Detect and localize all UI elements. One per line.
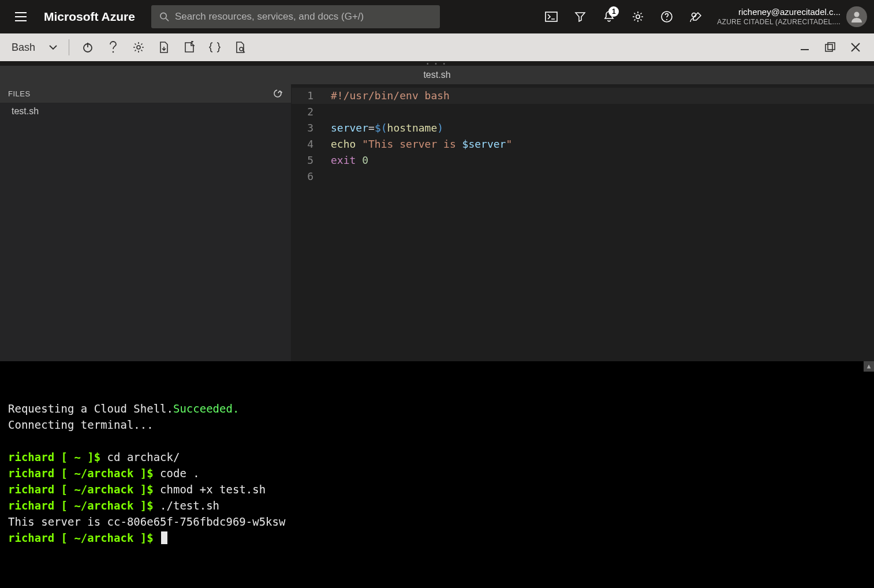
line-number: 4: [292, 136, 313, 152]
svg-point-11: [137, 46, 140, 49]
settings-button[interactable]: [623, 3, 652, 31]
line-number: 2: [292, 104, 313, 120]
refresh-icon[interactable]: [272, 88, 283, 99]
files-header: FILES: [0, 84, 291, 103]
close-icon: [850, 42, 861, 53]
account-tenant: AZURE CITADEL (AZURECITADEL....: [717, 18, 841, 27]
maximize-button[interactable]: [819, 36, 842, 59]
code-editor[interactable]: 1 2 3 4 5 6 #!/usr/bin/env bash server=$…: [292, 84, 874, 361]
gear-icon: [632, 10, 644, 23]
feedback-icon: [689, 10, 702, 23]
svg-point-5: [666, 19, 667, 20]
drag-handle[interactable]: • • •: [0, 61, 874, 66]
top-icon-group: 1 richeney@azurecitadel.c... AZURE CITAD…: [537, 3, 867, 31]
svg-line-1: [166, 18, 169, 21]
svg-rect-15: [826, 44, 832, 51]
code-content[interactable]: #!/usr/bin/env bash server=$(hostname) e…: [324, 84, 512, 361]
minimize-button[interactable]: [793, 36, 816, 59]
terminal-icon: [545, 12, 558, 22]
svg-point-10: [113, 51, 114, 53]
terminal-panel[interactable]: ▲ Requesting a Cloud Shell.Succeeded. Co…: [0, 361, 874, 588]
power-icon: [81, 41, 94, 54]
close-button[interactable]: [844, 36, 867, 59]
file-plus-icon: [183, 41, 196, 54]
file-explorer: FILES test.sh: [0, 84, 292, 361]
svg-point-0: [160, 13, 166, 18]
shell-help-button[interactable]: [102, 36, 125, 59]
web-preview-button[interactable]: [229, 36, 252, 59]
svg-rect-2: [546, 12, 557, 21]
line-gutter: 1 2 3 4 5 6: [292, 84, 324, 361]
shell-settings-button[interactable]: [127, 36, 150, 59]
search-input[interactable]: [175, 11, 432, 23]
file-preview-icon: [234, 41, 246, 54]
editor-tab-bar: test.sh: [0, 66, 874, 84]
svg-point-7: [854, 12, 860, 17]
person-icon: [850, 10, 864, 24]
cloud-shell-button[interactable]: [537, 3, 566, 31]
separator: [69, 39, 69, 55]
notification-badge: 1: [608, 6, 619, 17]
question-icon: [109, 41, 117, 54]
editor-area: FILES test.sh 1 2 3 4 5 6 #!/usr/bin/env…: [0, 84, 874, 361]
shell-type-label: Bash: [12, 42, 35, 54]
filter-icon: [574, 11, 586, 23]
search-icon: [159, 12, 169, 22]
avatar: [846, 6, 867, 27]
account-text: richeney@azurecitadel.c... AZURE CITADEL…: [717, 7, 841, 27]
help-button[interactable]: [652, 3, 681, 31]
scroll-up-button[interactable]: ▲: [864, 361, 874, 372]
files-label: FILES: [8, 89, 31, 98]
notifications-button[interactable]: 1: [595, 3, 623, 31]
maximize-icon: [824, 42, 836, 53]
brand-label[interactable]: Microsoft Azure: [39, 10, 147, 24]
braces-icon: [208, 41, 221, 54]
minimize-icon: [800, 42, 810, 53]
svg-point-12: [240, 47, 243, 51]
file-upload-icon: [158, 41, 170, 54]
menu-button[interactable]: [7, 3, 35, 31]
svg-rect-16: [828, 43, 835, 50]
file-item[interactable]: test.sh: [0, 103, 291, 120]
new-session-button[interactable]: [178, 36, 201, 59]
line-number: 5: [292, 152, 313, 168]
account-menu[interactable]: richeney@azurecitadel.c... AZURE CITADEL…: [710, 6, 867, 27]
editor-button[interactable]: [203, 36, 226, 59]
restart-button[interactable]: [76, 36, 99, 59]
feedback-button[interactable]: [681, 3, 710, 31]
chevron-down-icon: [49, 44, 57, 50]
line-number: 3: [292, 120, 313, 136]
help-icon: [660, 10, 673, 23]
terminal-cursor: [161, 531, 167, 544]
azure-top-bar: Microsoft Azure 1 richeney@azurecitadel.…: [0, 0, 874, 33]
upload-download-button[interactable]: [152, 36, 175, 59]
account-email: richeney@azurecitadel.c...: [717, 7, 841, 18]
search-box[interactable]: [151, 5, 440, 28]
line-number: 6: [292, 168, 313, 185]
hamburger-icon: [15, 12, 27, 21]
cloud-shell-toolbar: Bash: [0, 33, 874, 61]
shell-type-select[interactable]: Bash: [7, 42, 62, 54]
open-file-tab[interactable]: test.sh: [423, 70, 450, 80]
gear-icon: [132, 41, 145, 54]
line-number: 1: [292, 88, 313, 104]
svg-point-3: [636, 15, 640, 18]
directories-button[interactable]: [566, 3, 595, 31]
